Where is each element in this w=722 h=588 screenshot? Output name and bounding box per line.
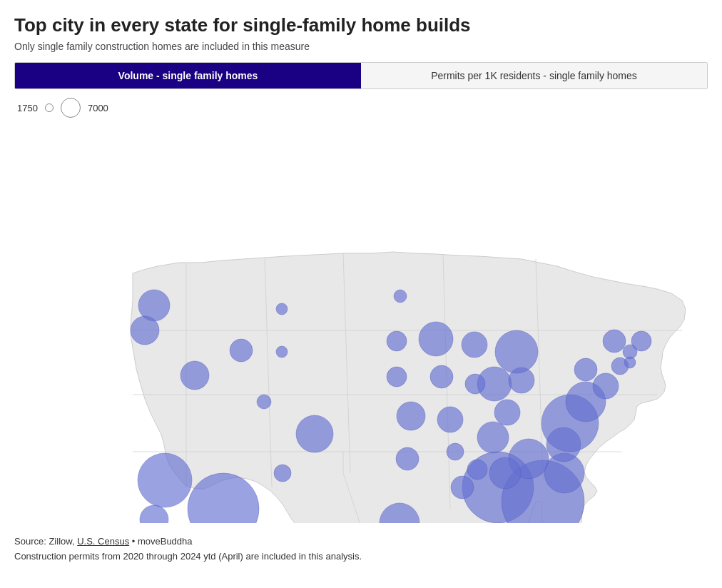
bubble-california-norcal	[180, 361, 209, 390]
bubble-nevada-small	[276, 346, 288, 358]
bubble-north-dakota	[394, 290, 407, 303]
bubble-new-york	[603, 330, 626, 353]
bubble-alabama	[489, 457, 521, 489]
page-subtitle: Only single family construction homes ar…	[14, 41, 708, 52]
footer-line1: Source: Zillow, U.S. Census • moveBuddha	[14, 534, 708, 549]
bubble-massachusetts	[631, 331, 651, 351]
bubble-delaware/ri-area	[624, 357, 636, 368]
legend-small-circle	[45, 103, 54, 112]
bubble-pennsylvania	[574, 358, 597, 381]
map-svg	[15, 123, 707, 523]
tab-group: Volume - single family homes Permits per…	[14, 62, 708, 89]
bubble-kansas	[397, 402, 425, 430]
bubble-new-mexico-small	[274, 465, 291, 482]
bubble-kentucky	[494, 400, 520, 425]
bubble-wisconsin	[462, 332, 487, 358]
tab-volume[interactable]: Volume - single family homes	[15, 63, 361, 88]
bubble-montana-small	[276, 303, 288, 315]
bubble-tennessee	[477, 422, 509, 453]
bubble-colorado	[296, 415, 333, 452]
bubble-maryland/dc	[593, 373, 619, 399]
bubble-idaho	[230, 339, 253, 362]
bubble-arkansas	[447, 443, 464, 460]
legend-max-value: 7000	[88, 103, 108, 113]
page-title: Top city in every state for single-famil…	[14, 14, 708, 36]
bubble-nebraska-small	[387, 367, 407, 387]
bubble-oklahoma-small	[396, 447, 419, 470]
bubble-wyoming/utah	[257, 395, 271, 409]
footer: Source: Zillow, U.S. Census • moveBuddha…	[14, 534, 708, 564]
legend-min-value: 1750	[17, 103, 38, 113]
bubble-michigan	[495, 330, 538, 373]
bubble-california-bay	[140, 505, 168, 523]
bubble-portland-area	[131, 316, 159, 345]
legend-large-circle	[61, 98, 81, 118]
tab-permits[interactable]: Permits per 1K residents - single family…	[361, 63, 707, 88]
bubble-missouri	[437, 407, 463, 432]
bubble-iowa-small	[430, 365, 453, 388]
footer-line2: Construction permits from 2020 through 2…	[14, 549, 708, 564]
bubble-california-socal	[138, 453, 192, 507]
bubble-mississippi	[467, 460, 487, 480]
bubble-illinois	[465, 374, 485, 394]
bubble-minnesota	[419, 322, 453, 356]
bubble-south-dakota	[387, 331, 407, 351]
legend: 1750 7000	[14, 98, 708, 118]
map-container	[15, 123, 707, 523]
bubble-louisiana	[451, 476, 474, 499]
